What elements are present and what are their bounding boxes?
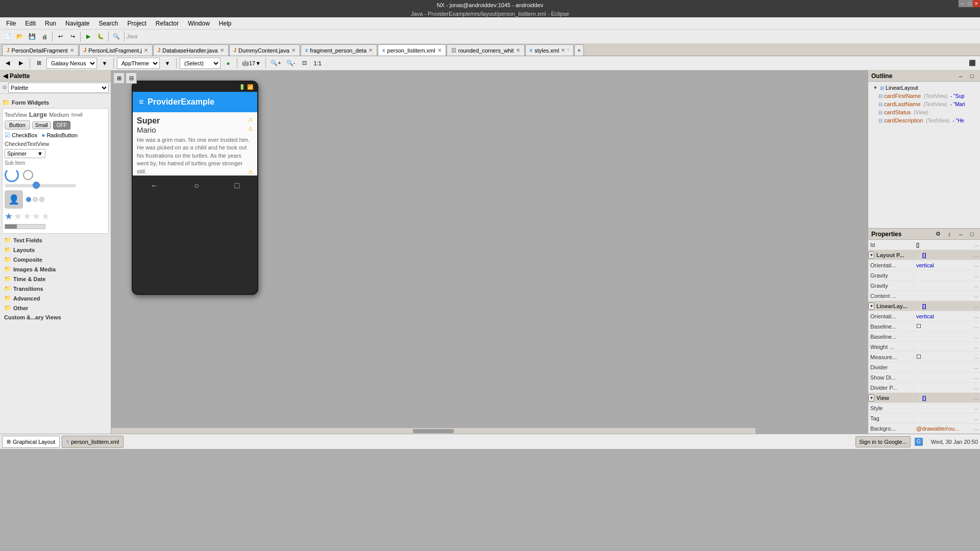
graphical-view-btn[interactable]: ⊟	[126, 72, 137, 84]
menu-window[interactable]: Window	[184, 19, 214, 28]
prop-expand-ll[interactable]: ▼	[868, 303, 874, 310]
action-dropdown[interactable]: (Select)	[180, 58, 220, 69]
tab-styles[interactable]: x styles.xml ✕ ¹	[525, 44, 574, 56]
w-checkbox[interactable]: ☑ CheckBox	[5, 132, 37, 139]
menu-refactor[interactable]: Refactor	[152, 19, 183, 28]
search-btn[interactable]: 🔍	[111, 31, 122, 42]
print-button[interactable]: 🖨	[39, 31, 50, 42]
w-toggle-off[interactable]: OFF	[53, 121, 70, 130]
tab-close-listitem[interactable]: ✕	[437, 47, 442, 53]
layout-icon-btn[interactable]: ⊞	[33, 58, 44, 69]
section-advanced[interactable]: 📁 Advanced	[2, 294, 109, 303]
prop-value-tag[interactable]	[914, 418, 973, 419]
tv-large[interactable]: Large	[29, 111, 47, 118]
seek-bar[interactable]	[5, 184, 76, 187]
prop-expand-layout-p[interactable]: ▼	[868, 252, 874, 259]
tab-person-list[interactable]: J PersonListFragment.j ✕	[79, 44, 153, 56]
prop-value-divider-padding[interactable]	[914, 387, 973, 388]
w-button-small[interactable]: Small	[32, 121, 51, 129]
menu-navigate[interactable]: Navigate	[61, 19, 93, 28]
progress-bar-small[interactable]	[5, 224, 45, 229]
prop-maximize-btn[interactable]: □	[967, 229, 977, 239]
prop-value-content[interactable]	[914, 295, 973, 296]
prop-edit-divider-padding[interactable]: …	[973, 385, 980, 390]
error-btn[interactable]: ⬛	[967, 58, 978, 69]
menu-edit[interactable]: Edit	[21, 19, 40, 28]
star-rating-row[interactable]: ★ ★ ★ ★ ★	[5, 211, 106, 222]
prop-edit-weight[interactable]: …	[973, 344, 980, 349]
theme-settings-btn[interactable]: ▼	[162, 58, 173, 69]
tab-person-detail[interactable]: J PersonDetailFragment ✕	[2, 44, 79, 56]
action-green-btn[interactable]: ●	[223, 58, 234, 69]
checked-tv-row[interactable]: CheckedTextView	[5, 141, 106, 147]
redo-button[interactable]: ↪	[67, 31, 78, 42]
prop-edit-id[interactable]: …	[973, 242, 980, 247]
bottom-tab-xml[interactable]: x person_listitem.xml	[62, 436, 124, 448]
prop-sort-btn[interactable]: ↕	[944, 229, 954, 239]
prop-edit-baseline[interactable]: …	[973, 323, 980, 329]
outline-card-lastname[interactable]: ⊟ cardLastName (TextView) - "Mari	[876, 100, 978, 108]
section-images-media[interactable]: 📁 Images & Media	[2, 265, 109, 273]
prop-edit-divider[interactable]: …	[973, 364, 980, 370]
prop-edit-background[interactable]: …	[973, 425, 980, 431]
tab-close-dummy-content[interactable]: ✕	[291, 47, 296, 53]
tab-close-person-list[interactable]: ✕	[144, 47, 148, 53]
section-custom-views[interactable]: Custom &...ary Views	[2, 313, 109, 321]
section-text-fields[interactable]: 📁 Text Fields	[2, 236, 109, 244]
prop-value-show-divider[interactable]	[914, 377, 973, 378]
seek-thumb[interactable]	[33, 182, 40, 189]
close-button[interactable]: ✕	[973, 0, 980, 7]
prop-edit-style[interactable]: …	[973, 405, 980, 411]
prop-value-divider[interactable]	[914, 367, 973, 368]
prop-value-background[interactable]: @drawable/rou...	[914, 425, 973, 432]
tab-overflow[interactable]: »	[574, 44, 584, 56]
outline-card-firstname[interactable]: ⊟ cardFirstName (TextView) - "Sup	[876, 92, 978, 100]
prop-value-measure[interactable]: ☐	[914, 353, 973, 361]
prop-value-style[interactable]	[914, 408, 973, 409]
tab-person-listitem[interactable]: x person_listitem.xml ✕	[378, 44, 446, 56]
prop-value-gravity[interactable]	[914, 275, 973, 276]
w-radiobutton[interactable]: ● RadioButton	[41, 132, 78, 139]
outline-view-btn[interactable]: ⊞	[113, 72, 125, 84]
tab-close-fragment[interactable]: ✕	[369, 47, 373, 53]
undo-button[interactable]: ↩	[55, 31, 66, 42]
prop-minimize-btn[interactable]: –	[955, 229, 966, 239]
prev-btn[interactable]: ◀	[2, 58, 13, 69]
circle-progress-small[interactable]	[23, 170, 33, 180]
canvas-h-scrollbar[interactable]	[111, 428, 755, 434]
section-time-date[interactable]: 📁 Time & Date	[2, 274, 109, 283]
w-spinner[interactable]: Spinner ▼	[5, 149, 45, 158]
w-button-normal[interactable]: Button	[5, 120, 30, 130]
palette-collapse-btn[interactable]: ◀	[3, 72, 8, 80]
prop-edit-show-divider[interactable]: …	[973, 374, 980, 380]
prop-value-baseline2[interactable]	[914, 336, 973, 337]
section-other[interactable]: 📁 Other	[2, 304, 109, 312]
open-button[interactable]: 📂	[14, 31, 26, 42]
prop-edit-ll[interactable]: …	[973, 303, 980, 309]
home-btn[interactable]: ○	[194, 181, 199, 190]
zoom-in-btn[interactable]: 🔍+	[269, 58, 282, 69]
outline-maximize-btn[interactable]: □	[967, 71, 977, 81]
new-button[interactable]: 📄	[2, 31, 13, 42]
prop-value-orientation[interactable]: vertical	[914, 262, 973, 269]
tab-close-person-detail[interactable]: ✕	[70, 47, 74, 53]
prop-value-baseline[interactable]: ☐	[914, 322, 973, 330]
contact-dot-2[interactable]	[33, 197, 38, 202]
section-layouts[interactable]: 📁 Layouts	[2, 245, 109, 254]
run-button[interactable]: ▶	[83, 31, 94, 42]
sign-in-btn[interactable]: Sign in to Google...	[855, 436, 911, 447]
contact-avatar[interactable]: 👤	[5, 190, 23, 209]
zoom-out-btn[interactable]: 🔍-	[285, 58, 297, 69]
outline-linear-layout[interactable]: ▼ ⊞ LinearLayout	[870, 84, 978, 92]
prop-edit-gravity2[interactable]: …	[973, 283, 980, 288]
prop-edit-measure[interactable]: …	[973, 354, 980, 360]
zoom-fit-btn[interactable]: ⊡	[299, 58, 310, 69]
section-composite[interactable]: 📁 Composite	[2, 255, 109, 264]
menu-file[interactable]: File	[2, 19, 20, 28]
bottom-tab-graphical[interactable]: ⊞ Graphical Layout	[2, 436, 60, 448]
tab-dummy-content[interactable]: J DummyContent.java ✕	[229, 44, 300, 56]
minimize-button[interactable]: –	[959, 0, 966, 7]
prop-value-orientati2[interactable]: vertical	[914, 313, 973, 320]
contact-dot-1[interactable]	[26, 197, 31, 202]
prop-value-gravity2[interactable]	[914, 285, 973, 286]
